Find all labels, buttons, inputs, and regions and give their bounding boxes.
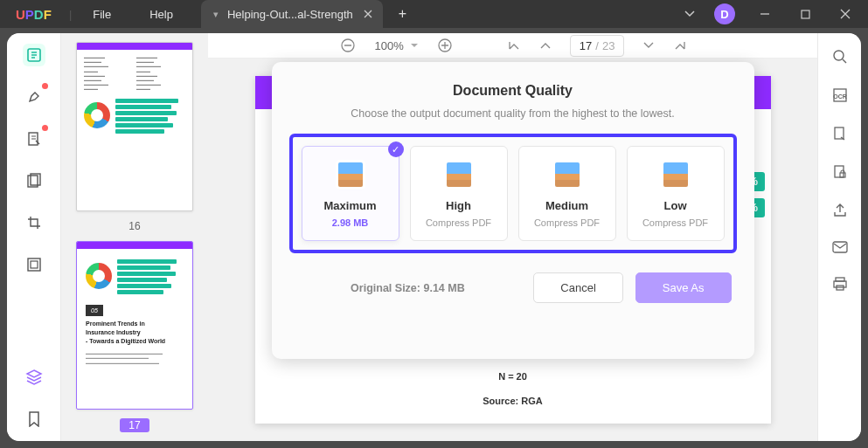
titlebar: UPDF | File Help ▾ Helping-Out...al-Stre… [0,0,868,28]
quality-sub: Compress PDF [526,217,608,228]
tab-title: Helping-Out...al-Strength [227,8,353,21]
modal-subtitle: Choose the output document quality from … [289,107,737,120]
quality-title: Low [635,199,717,212]
first-page-icon[interactable] [509,39,521,52]
layers-icon[interactable] [23,366,45,389]
separator: | [69,8,72,21]
zoom-level[interactable]: 100% [375,39,418,52]
quality-options: ✓ Maximum 2.98 MB High Compress PDF [289,134,737,253]
thumbnail-page-16[interactable]: ▬▬▬▬▬▬▬▬▬▬▬▬▬▬▬▬▬▬▬▬▬▬▬▬▬▬▬▬▬▬▬▬▬▬▬▬▬▬▬▬… [76,42,193,211]
quality-sub: Compress PDF [635,217,717,228]
print-icon[interactable] [832,276,848,292]
quality-option-low[interactable]: Low Compress PDF [627,146,725,241]
reader-tool-icon[interactable] [23,44,45,66]
document-viewport[interactable]: N = 20 Source: RGA 3% 3% Document Qualit… [208,59,817,441]
check-icon: ✓ [388,141,404,157]
svg-point-9 [834,51,844,60]
last-page-icon[interactable] [673,39,685,52]
zoom-out-icon[interactable] [340,38,356,53]
zoom-in-icon[interactable] [437,38,453,53]
svg-rect-12 [835,128,844,139]
svg-rect-17 [834,281,846,287]
share-icon[interactable] [832,203,848,218]
cancel-button[interactable]: Cancel [533,272,622,303]
menu-help[interactable]: Help [130,8,192,21]
quality-preview-icon [663,162,688,187]
quality-option-medium[interactable]: Medium Compress PDF [518,146,616,241]
svg-rect-5 [28,258,40,271]
modal-overlay: Document Quality Choose the output docum… [208,59,817,441]
main-area: 100% 17 / 23 N = 20 [208,33,817,441]
svg-text:OCR: OCR [833,93,847,100]
minimize-button[interactable] [754,3,775,24]
highlight-tool-icon[interactable] [23,86,45,108]
form-tool-icon[interactable] [23,253,45,276]
right-sidebar: OCR [817,33,861,441]
document-quality-dialog: Document Quality Choose the output docum… [272,62,754,359]
quality-preview-icon [555,162,580,187]
ocr-icon[interactable]: OCR [832,87,848,103]
edit-tool-icon[interactable] [23,128,45,150]
quality-preview-icon [338,162,363,187]
quality-option-maximum[interactable]: ✓ Maximum 2.98 MB [302,146,399,241]
app-logo: UPDF [0,7,67,22]
tab-pin-icon: ▾ [213,9,219,20]
svg-rect-13 [835,166,844,177]
quality-title: Maximum [309,199,392,212]
quality-option-high[interactable]: High Compress PDF [410,146,508,241]
page-number-input[interactable]: 17 / 23 [570,35,625,57]
document-tab[interactable]: ▾ Helping-Out...al-Strength [201,0,383,28]
modal-title: Document Quality [289,83,737,99]
convert-icon[interactable] [832,126,848,141]
user-avatar[interactable]: D [714,3,735,24]
email-icon[interactable] [832,241,848,253]
next-page-icon[interactable] [643,42,654,49]
maximize-button[interactable] [795,3,816,24]
thumbnail-page-17[interactable]: 05 Prominent Trends in Insurance Industr… [76,241,193,410]
left-sidebar [7,33,61,441]
search-icon[interactable] [832,49,848,65]
bookmark-icon[interactable] [23,408,45,431]
thumbnail-label-selected: 17 [120,418,149,432]
new-tab-button[interactable]: + [383,6,422,22]
crop-tool-icon[interactable] [23,211,45,234]
svg-rect-14 [840,173,845,177]
svg-rect-6 [31,261,38,268]
menu-file[interactable]: File [73,8,130,21]
original-size-label: Original Size: 9.14 MB [295,282,522,294]
organize-tool-icon[interactable] [23,169,45,192]
quality-size: 2.98 MB [309,217,392,228]
quality-title: Medium [526,199,608,212]
save-as-button[interactable]: Save As [635,272,732,303]
chevron-down-icon[interactable] [684,10,695,17]
close-icon[interactable] [362,8,374,20]
svg-rect-0 [802,10,809,18]
quality-title: High [418,199,500,212]
quality-preview-icon [447,162,471,187]
thumbnail-label: 16 [128,220,140,232]
quality-sub: Compress PDF [418,217,500,228]
thumbnail-panel: ▬▬▬▬▬▬▬▬▬▬▬▬▬▬▬▬▬▬▬▬▬▬▬▬▬▬▬▬▬▬▬▬▬▬▬▬▬▬▬▬… [61,33,208,441]
close-button[interactable] [835,3,856,24]
svg-rect-15 [833,242,847,252]
page-toolbar: 100% 17 / 23 [208,33,817,59]
protect-icon[interactable] [832,164,848,180]
prev-page-icon[interactable] [540,42,551,49]
